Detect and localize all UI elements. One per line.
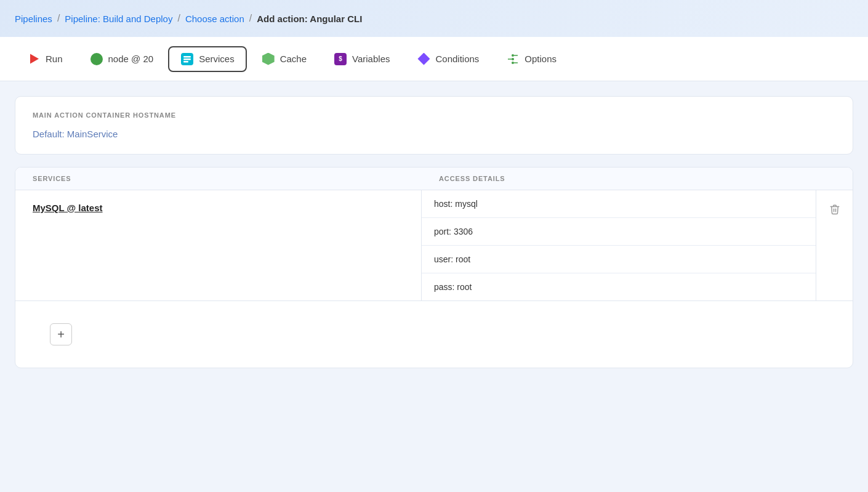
tab-variables-label: Variables xyxy=(352,54,390,64)
breadcrumb-current: Add action: Angular CLI xyxy=(257,14,362,24)
conditions-icon xyxy=(417,52,430,66)
breadcrumb-sep-1: / xyxy=(57,13,60,24)
node-icon xyxy=(90,52,103,66)
tab-cache[interactable]: Cache xyxy=(249,46,319,72)
tab-services-label: Services xyxy=(199,54,235,64)
access-column-header: ACCESS DETAILS xyxy=(439,175,798,182)
run-icon xyxy=(27,52,41,66)
add-service-button[interactable]: + xyxy=(50,323,72,345)
access-detail-port: port: 3306 xyxy=(422,218,816,246)
svg-rect-1 xyxy=(183,56,191,58)
breadcrumb-pipelines[interactable]: Pipelines xyxy=(15,14,52,24)
breadcrumb-choose-action[interactable]: Choose action xyxy=(185,14,244,24)
breadcrumb-bar: Pipelines / Pipeline: Build and Deploy /… xyxy=(0,0,868,37)
breadcrumb-pipeline[interactable]: Pipeline: Build and Deploy xyxy=(65,14,172,24)
svg-rect-3 xyxy=(183,61,188,63)
tab-bar: Run node @ 20 Services Cache $ Variables xyxy=(0,37,868,81)
delete-service-button[interactable] xyxy=(824,201,845,220)
services-table-header: SERVICES ACCESS DETAILS xyxy=(15,167,853,190)
hostname-default: Default: MainService xyxy=(33,129,835,139)
services-icon xyxy=(180,52,194,66)
tab-options[interactable]: Options xyxy=(494,46,569,72)
tab-node[interactable]: node @ 20 xyxy=(78,46,166,72)
access-detail-host: host: mysql xyxy=(422,190,816,218)
tab-services[interactable]: Services xyxy=(168,46,247,72)
services-column-header: SERVICES xyxy=(33,175,439,182)
add-service-container: + xyxy=(15,301,853,368)
service-name-cell: MySQL @ latest xyxy=(15,190,422,300)
service-name-link[interactable]: MySQL @ latest xyxy=(33,203,103,213)
tab-options-label: Options xyxy=(524,54,557,64)
delete-cell xyxy=(816,190,853,300)
breadcrumb-sep-2: / xyxy=(177,13,180,24)
tab-cache-label: Cache xyxy=(280,54,307,64)
tab-run[interactable]: Run xyxy=(15,46,75,72)
tab-conditions[interactable]: Conditions xyxy=(404,46,491,72)
access-details-column: host: mysql port: 3306 user: root pass: … xyxy=(422,190,816,300)
breadcrumb-sep-3: / xyxy=(249,13,252,24)
svg-point-6 xyxy=(512,62,514,64)
access-detail-pass: pass: root xyxy=(422,273,816,300)
options-icon xyxy=(506,52,520,66)
svg-point-4 xyxy=(512,54,514,57)
hostname-section-label: MAIN ACTION CONTAINER HOSTNAME xyxy=(33,111,835,119)
tab-run-label: Run xyxy=(46,54,63,64)
access-detail-user: user: root xyxy=(422,246,816,273)
svg-rect-2 xyxy=(183,58,191,60)
svg-point-5 xyxy=(512,58,514,60)
tab-conditions-label: Conditions xyxy=(435,54,479,64)
service-row: MySQL @ latest host: mysql port: 3306 us… xyxy=(15,190,853,301)
tab-variables[interactable]: $ Variables xyxy=(321,46,402,72)
variables-icon: $ xyxy=(334,52,347,66)
hostname-card: MAIN ACTION CONTAINER HOSTNAME Default: … xyxy=(15,96,853,155)
main-content: MAIN ACTION CONTAINER HOSTNAME Default: … xyxy=(0,81,868,383)
tab-node-label: node @ 20 xyxy=(108,54,154,64)
cache-icon xyxy=(262,52,275,66)
services-card: SERVICES ACCESS DETAILS MySQL @ latest h… xyxy=(15,167,853,368)
